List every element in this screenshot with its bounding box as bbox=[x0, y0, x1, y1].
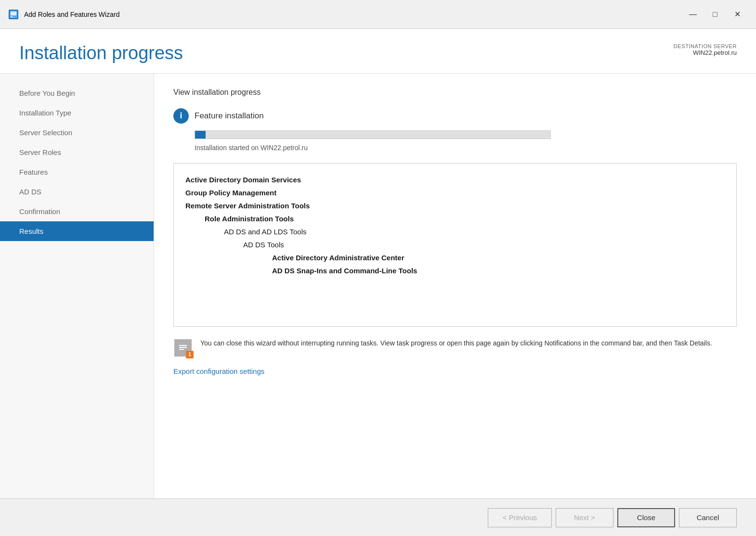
section-subtitle: View installation progress bbox=[173, 88, 737, 97]
feature-item-2: Remote Server Administration Tools bbox=[185, 199, 725, 212]
feature-item-7: AD DS Snap-Ins and Command-Line Tools bbox=[185, 264, 725, 277]
svg-rect-7 bbox=[179, 349, 184, 350]
sidebar-item-ad-ds[interactable]: AD DS bbox=[0, 182, 154, 202]
maximize-button[interactable]: □ bbox=[704, 7, 726, 22]
close-wizard-button[interactable]: Close bbox=[617, 508, 675, 527]
next-button[interactable]: Next > bbox=[556, 508, 613, 527]
server-name: WIN22.petrol.ru bbox=[674, 49, 737, 56]
progress-bar-fill bbox=[195, 131, 206, 139]
destination-server-label: DESTINATION SERVER bbox=[674, 43, 737, 49]
svg-rect-5 bbox=[179, 345, 187, 346]
installation-status: Installation started on WIN22.petrol.ru bbox=[195, 144, 737, 152]
app-icon bbox=[8, 9, 19, 20]
sidebar-item-results[interactable]: Results bbox=[0, 221, 154, 241]
features-list-box: Active Directory Domain Services Group P… bbox=[173, 163, 737, 327]
sidebar-item-installation-type[interactable]: Installation Type bbox=[0, 103, 154, 123]
feature-item-3: Role Administration Tools bbox=[185, 212, 725, 225]
feature-item-1: Group Policy Management bbox=[185, 186, 725, 199]
note-text: You can close this wizard without interr… bbox=[200, 338, 712, 348]
previous-button[interactable]: < Previous bbox=[488, 508, 552, 527]
svg-rect-2 bbox=[11, 12, 16, 15]
feature-installation-label: Feature installation bbox=[195, 111, 264, 121]
feature-header: i Feature installation bbox=[173, 108, 737, 124]
sidebar-item-confirmation[interactable]: Confirmation bbox=[0, 202, 154, 221]
window-body: Installation progress DESTINATION SERVER… bbox=[0, 29, 756, 536]
info-note: 1 You can close this wizard without inte… bbox=[173, 338, 737, 357]
sidebar-item-before-you-begin[interactable]: Before You Begin bbox=[0, 83, 154, 103]
progress-bar-container bbox=[195, 130, 551, 139]
export-configuration-link[interactable]: Export configuration settings bbox=[173, 367, 264, 375]
feature-item-6: Active Directory Administrative Center bbox=[185, 251, 725, 264]
content-area: Before You Begin Installation Type Serve… bbox=[0, 74, 756, 498]
feature-item-4: AD DS and AD LDS Tools bbox=[185, 225, 725, 238]
window-controls: — □ ✕ bbox=[682, 7, 748, 22]
svg-rect-3 bbox=[11, 16, 13, 17]
titlebar-title: Add Roles and Features Wizard bbox=[24, 11, 682, 18]
main-panel: View installation progress i Feature ins… bbox=[154, 74, 756, 498]
cancel-button[interactable]: Cancel bbox=[679, 508, 737, 527]
svg-rect-6 bbox=[179, 347, 187, 348]
sidebar-item-server-roles[interactable]: Server Roles bbox=[0, 142, 154, 162]
notification-icon: 1 bbox=[173, 338, 193, 357]
destination-server-info: DESTINATION SERVER WIN22.petrol.ru bbox=[674, 43, 737, 56]
sidebar-item-server-selection[interactable]: Server Selection bbox=[0, 123, 154, 142]
minimize-button[interactable]: — bbox=[682, 7, 704, 22]
page-header: Installation progress DESTINATION SERVER… bbox=[0, 29, 756, 74]
titlebar: Add Roles and Features Wizard — □ ✕ bbox=[0, 0, 756, 29]
sidebar-item-features[interactable]: Features bbox=[0, 162, 154, 182]
feature-item-5: AD DS Tools bbox=[185, 238, 725, 251]
footer: < Previous Next > Close Cancel bbox=[0, 498, 756, 536]
feature-installation-section: i Feature installation Installation star… bbox=[173, 108, 737, 152]
info-icon: i bbox=[173, 108, 189, 124]
feature-item-0: Active Directory Domain Services bbox=[185, 173, 725, 186]
sidebar: Before You Begin Installation Type Serve… bbox=[0, 74, 154, 498]
page-title: Installation progress bbox=[19, 43, 183, 64]
close-button[interactable]: ✕ bbox=[726, 7, 748, 22]
